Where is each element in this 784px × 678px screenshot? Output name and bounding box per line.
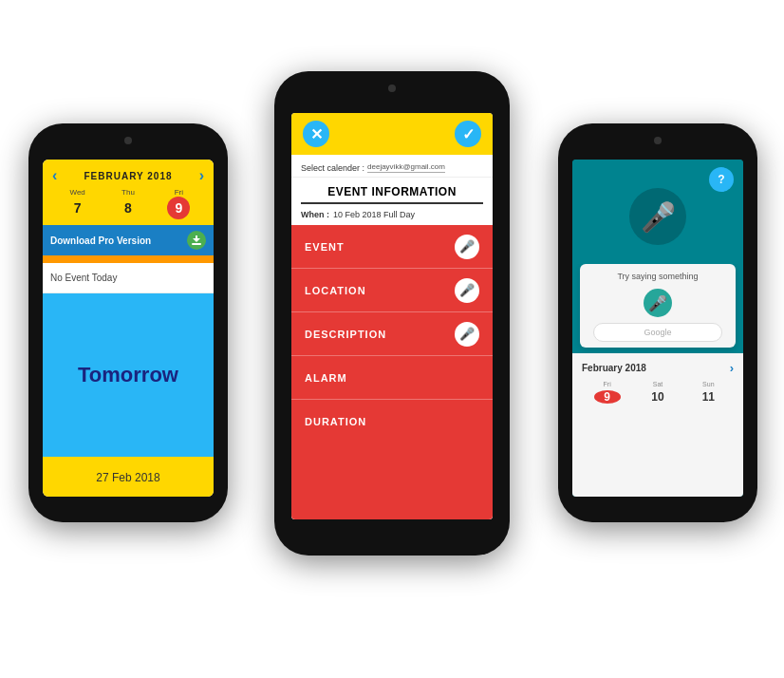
center-phone: ✕ ✓ Select calender : deejayvikk@gmail.c… [274, 71, 510, 556]
right-day-sat: Sat [644, 381, 671, 387]
try-saying-label: Try saying something [589, 272, 726, 281]
event-mic-button[interactable]: 🎤 [455, 235, 479, 259]
confirm-button[interactable]: ✓ [455, 121, 481, 147]
day-num-fri-today: 9 [167, 197, 190, 219]
month-label: FEBRUARY 2018 [84, 171, 172, 181]
event-field-row[interactable]: EVENT 🎤 [291, 225, 493, 269]
location-field-row[interactable]: LOCATION 🎤 [291, 269, 493, 312]
tomorrow-label: Tomorrow [78, 363, 178, 387]
event-info-title: EVENT INFORMATION [301, 178, 483, 204]
right-cal-num-11: 11 [695, 390, 721, 404]
close-button[interactable]: ✕ [303, 121, 329, 147]
google-placeholder: Google [644, 328, 671, 337]
day-name-wed: Wed [70, 188, 85, 197]
description-mic-button[interactable]: 🎤 [455, 322, 479, 347]
right-top-section: ? 🎤 [572, 160, 743, 264]
right-cal-title: February 2018 [582, 363, 646, 373]
right-screen: ? 🎤 Try saying something 🎤 Google [572, 160, 743, 497]
right-day-fri: Fri [594, 381, 621, 387]
day-col-thu: Thu 8 [117, 188, 140, 219]
day-col-fri: Fri 9 [167, 188, 190, 219]
right-cal-nums: 9 10 11 [582, 390, 734, 404]
left-header: ‹ FEBRUARY 2018 › Wed 7 Thu 8 [43, 160, 214, 225]
day-num-wed: 7 [66, 197, 89, 219]
right-cal-header: February 2018 › [582, 361, 734, 375]
google-search-bar[interactable]: Google [593, 323, 722, 342]
right-cal-num-10: 10 [644, 390, 671, 404]
right-day-sun: Sun [695, 381, 721, 387]
scene: ‹ FEBRUARY 2018 › Wed 7 Thu 8 [0, 0, 784, 678]
calendar-value[interactable]: deejayvikk@gmail.com [367, 162, 445, 173]
right-cal-next-arrow[interactable]: › [730, 361, 734, 375]
when-row: When : 10 Feb 2018 Full Day [291, 204, 493, 225]
description-field-row[interactable]: DESCRIPTION 🎤 [291, 312, 493, 356]
right-cal-days: Fri Sat Sun [582, 381, 734, 387]
center-phone-screen: ✕ ✓ Select calender : deejayvikk@gmail.c… [291, 113, 493, 519]
bottom-date: 27 Feb 2018 [96, 471, 159, 484]
event-mic-icon: 🎤 [459, 239, 475, 254]
promo-text: Download Pro Version [50, 235, 151, 246]
day-col-wed: Wed 7 [66, 188, 89, 219]
right-phone-screen: ? 🎤 Try saying something 🎤 Google [572, 160, 743, 497]
download-icon [187, 231, 206, 250]
alarm-field-row[interactable]: ALARM [291, 356, 493, 400]
day-num-thu: 8 [117, 197, 140, 219]
orange-bar [43, 255, 214, 263]
when-value: 10 Feb 2018 Full Day [333, 210, 415, 219]
description-mic-icon: 🎤 [459, 327, 475, 341]
right-mic-icon: 🎤 [641, 200, 676, 234]
svg-rect-0 [192, 243, 201, 245]
calendar-select-row: Select calender : deejayvikk@gmail.com [291, 155, 493, 178]
voice-mic-button[interactable]: 🎤 [644, 289, 672, 317]
left-nav: ‹ FEBRUARY 2018 › [52, 167, 204, 184]
left-phone: ‹ FEBRUARY 2018 › Wed 7 Thu 8 [28, 123, 228, 522]
days-row: Wed 7 Thu 8 Fri 9 [52, 188, 204, 219]
description-field-label: DESCRIPTION [305, 329, 386, 340]
no-event-label: No Event Today [43, 263, 214, 293]
day-name-fri: Fri [175, 188, 183, 197]
prev-month-button[interactable]: ‹ [52, 167, 57, 184]
when-label: When : [301, 210, 329, 219]
right-phone: ? 🎤 Try saying something 🎤 Google [558, 123, 757, 522]
promo-bar[interactable]: Download Pro Version [43, 225, 214, 255]
center-screen: ✕ ✓ Select calender : deejayvikk@gmail.c… [291, 113, 493, 519]
location-mic-icon: 🎤 [459, 283, 475, 297]
tomorrow-section: Tomorrow [43, 293, 214, 457]
right-cal-num-9: 9 [594, 390, 621, 404]
left-phone-screen: ‹ FEBRUARY 2018 › Wed 7 Thu 8 [43, 160, 214, 497]
center-form: Select calender : deejayvikk@gmail.com E… [291, 155, 493, 519]
day-name-thu: Thu [121, 188, 135, 197]
center-fields: EVENT 🎤 LOCATION 🎤 DESCR [291, 225, 493, 519]
voice-card: Try saying something 🎤 Google [580, 264, 736, 348]
help-icon: ? [718, 173, 724, 186]
center-top-bar: ✕ ✓ [291, 113, 493, 155]
alarm-field-label: ALARM [305, 372, 347, 384]
help-button[interactable]: ? [709, 167, 734, 192]
location-mic-button[interactable]: 🎤 [455, 278, 479, 303]
event-field-label: EVENT [305, 241, 345, 253]
location-field-label: LOCATION [305, 285, 366, 296]
right-mic-circle: 🎤 [629, 188, 686, 245]
duration-field-row[interactable]: DURATION [291, 400, 493, 443]
left-bottom: 27 Feb 2018 [43, 457, 214, 497]
next-month-button[interactable]: › [199, 167, 204, 184]
duration-field-label: DURATION [305, 416, 366, 427]
calendar-select-label: Select calender : [301, 163, 364, 173]
left-screen: ‹ FEBRUARY 2018 › Wed 7 Thu 8 [43, 160, 214, 497]
right-calendar-section: February 2018 › Fri Sat Sun 9 10 11 [572, 353, 743, 497]
voice-mic-icon: 🎤 [648, 294, 667, 312]
